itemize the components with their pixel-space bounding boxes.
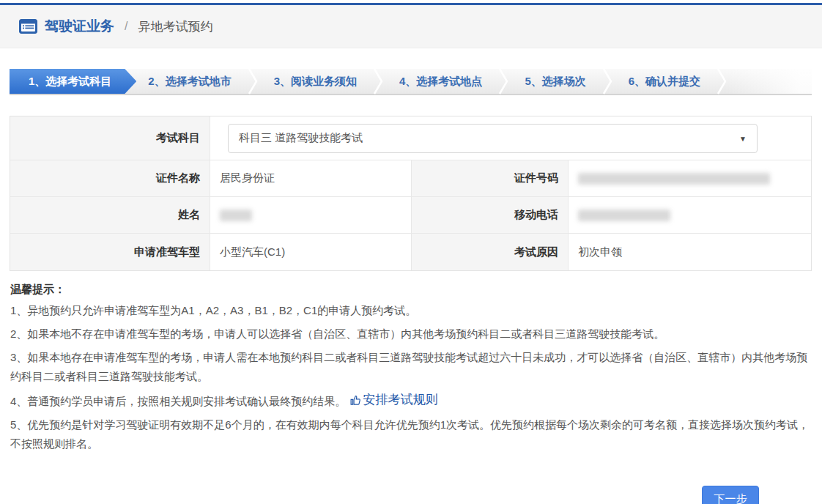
tip-item-3: 3、如果本地存在申请准驾车型的考场，申请人需在本地预约科目二或者科目三道路驾驶技…	[10, 348, 810, 386]
list-card-icon	[19, 19, 37, 34]
exam-subject-label: 考试科目	[10, 116, 210, 160]
wizard-step-1[interactable]: 1、选择考试科目	[10, 69, 136, 94]
step-separator-chevron	[602, 69, 612, 94]
step-separator-chevron	[248, 69, 258, 94]
mobile-label: 移动电话	[411, 197, 569, 233]
exam-rules-link-label: 安排考试规则	[363, 390, 438, 410]
table-row: 考试科目 科目三 道路驾驶技能考试 ▼	[10, 116, 811, 160]
tip-item-4-text: 4、普通预约学员申请后，按照相关规则安排考试确认最终预约结果。	[10, 395, 346, 407]
tips-section: 温馨提示： 1、异地预约只允许申请准驾车型为A1，A2，A3，B1，B2，C1的…	[10, 283, 810, 453]
step-separator-chevron	[373, 69, 383, 94]
step-separator-chevron	[717, 69, 727, 94]
wizard-step-3[interactable]: 3、阅读业务须知	[258, 69, 373, 94]
tips-title: 温馨提示：	[10, 283, 810, 297]
wizard-step-5[interactable]: 5、选择场次	[508, 69, 601, 94]
exam-rules-link[interactable]: 安排考试规则	[349, 390, 438, 410]
footer-actions: 下一步	[0, 486, 822, 504]
wizard-step-2[interactable]: 2、选择考试地市	[132, 69, 247, 94]
tip-item-1: 1、异地预约只允许申请准驾车型为A1，A2，A3，B1，B2，C1的申请人预约考…	[10, 301, 810, 320]
id-number-label: 证件号码	[411, 160, 569, 196]
step-separator-chevron	[498, 69, 508, 94]
table-row: 申请准驾车型 小型汽车(C1) 考试原因 初次申领	[10, 234, 811, 270]
redacted-id-number	[578, 173, 770, 185]
wizard-step-6[interactable]: 6、确认并提交	[612, 69, 717, 94]
id-type-label: 证件名称	[10, 160, 210, 196]
applicant-form-table: 考试科目 科目三 道路驾驶技能考试 ▼ 证件名称 居民身份证 证件号码 姓名 移…	[10, 116, 812, 271]
tip-item-5: 5、优先预约是针对学习驾驶证明有效期不足6个月的，在有效期内每个科目允许优先预约…	[10, 415, 810, 453]
vehicle-type-value: 小型汽车(C1)	[210, 234, 411, 270]
next-step-button[interactable]: 下一步	[702, 486, 759, 504]
breadcrumb-current: 异地考试预约	[138, 18, 212, 35]
tip-item-2: 2、如果本地不存在申请准驾车型的考场，申请人可以选择省（自治区、直辖市）内其他考…	[10, 325, 810, 344]
exam-subject-select[interactable]: 科目三 道路驾驶技能考试 ▼	[228, 124, 758, 153]
tip-item-4: 4、普通预约学员申请后，按照相关规则安排考试确认最终预约结果。 安排考试规则	[10, 390, 810, 411]
redacted-name	[220, 210, 252, 221]
thumbs-up-icon	[349, 394, 362, 407]
breadcrumb-separator: /	[125, 20, 127, 33]
exam-reason-value: 初次申领	[569, 234, 811, 270]
step-wizard: 1、选择考试科目 2、选择考试地市 3、阅读业务须知 4、选择考试地点 5、选择…	[10, 69, 812, 95]
id-number-value	[569, 160, 811, 196]
table-row: 姓名 移动电话	[10, 197, 811, 234]
dropdown-caret-icon: ▼	[739, 134, 747, 142]
redacted-mobile	[578, 210, 670, 221]
vehicle-type-label: 申请准驾车型	[10, 234, 210, 270]
exam-subject-cell: 科目三 道路驾驶技能考试 ▼	[210, 116, 811, 160]
breadcrumb: 驾驶证业务 / 异地考试预约	[0, 5, 822, 48]
id-type-value: 居民身份证	[210, 160, 411, 196]
wizard-step-4[interactable]: 4、选择考试地点	[383, 69, 498, 94]
mobile-value	[569, 197, 811, 233]
name-label: 姓名	[10, 197, 210, 233]
wizard-filler	[727, 69, 812, 94]
exam-subject-selected-value: 科目三 道路驾驶技能考试	[239, 131, 363, 145]
exam-reason-label: 考试原因	[411, 234, 569, 270]
table-row: 证件名称 居民身份证 证件号码	[10, 160, 811, 197]
name-value	[210, 197, 411, 233]
breadcrumb-root-link[interactable]: 驾驶证业务	[45, 17, 114, 36]
